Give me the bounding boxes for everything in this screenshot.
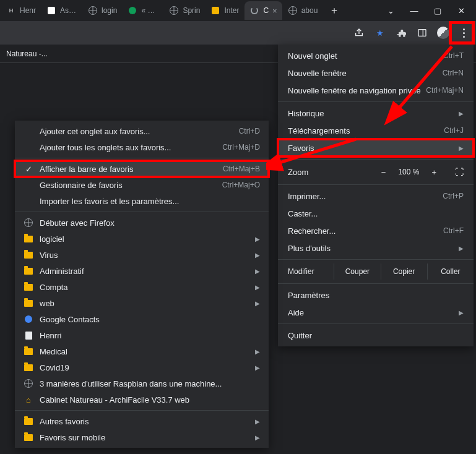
avatar[interactable] [437,27,449,39]
menu-print[interactable]: Imprimer... Ctrl+P [278,187,474,205]
submenu-manager[interactable]: Gestionnaire de favoris Ctrl+Maj+O [15,177,269,193]
submenu-other-bookmarks[interactable]: Autres favoris ▶ [15,413,269,429]
zoom-value: 100 % [398,168,419,176]
zoom-in-button[interactable]: + [428,168,440,177]
tab-0[interactable]: H Henr [1,1,41,20]
menu-label: Imprimer... [288,192,326,201]
menu-label: Nouvelle fenêtre de navigation privée [288,86,421,95]
menu-more-tools[interactable]: Plus d'outils ▶ [278,239,474,257]
menu-cast[interactable]: Caster... [278,205,474,222]
page-icon [24,330,33,340]
submenu-add-all[interactable]: Ajouter tous les onglets aux favoris... … [15,139,269,155]
menu-downloads[interactable]: Téléchargements Ctrl+J [278,122,474,139]
shortcut: Ctrl+F [443,226,464,235]
tab-label: Sprin [183,6,200,15]
menu-label: Rechercher... [288,226,335,236]
submenu-label: Cabinet Natureau - ArchiFacile V33.7 web [40,395,260,405]
submenu-show-bar[interactable]: ✓ Afficher la barre de favoris Ctrl+Maj+… [15,161,269,177]
spinner-icon [249,6,259,15]
favicon-text: H [6,6,16,15]
menu-paste[interactable]: Coller [427,263,474,280]
submenu-folder-virus[interactable]: Virus ▶ [15,247,269,263]
tab-2[interactable]: login [83,1,122,20]
menu-bookmarks[interactable]: Favoris ▶ [278,139,474,156]
submenu-label: web [40,299,249,308]
tab-label: C [263,6,269,15]
chevron-right-icon: ▶ [255,236,260,242]
menu-separator [278,283,474,284]
menu-new-tab[interactable]: Nouvel onglet Ctrl+T [278,47,474,64]
menu-kebab-icon[interactable] [458,25,470,41]
tab-4[interactable]: Sprin [164,1,205,20]
menu-label: Nouvelle fenêtre [288,69,347,78]
submenu-folder-web[interactable]: web ▶ [15,295,269,311]
menu-find[interactable]: Rechercher... Ctrl+F [278,222,474,239]
menu-settings[interactable]: Paramètres [278,286,474,304]
share-icon[interactable] [353,27,365,39]
tab-active[interactable]: C × [244,1,282,20]
submenu-henrri[interactable]: Henrri [15,327,269,343]
minimize-button[interactable]: — [408,6,420,15]
submenu-folder-compta[interactable]: Compta ▶ [15,279,269,295]
shortcut: Ctrl+P [443,192,464,200]
folder-icon [24,416,33,426]
chevron-right-icon: ▶ [459,245,464,252]
submenu-label: logiciel [40,234,249,244]
favicon-yellow [210,6,220,15]
submenu-label: Virus [40,251,249,260]
submenu-contacts[interactable]: Google Contacts [15,311,269,327]
maximize-button[interactable]: ▢ [431,6,444,15]
menu-label: Aide [288,308,304,317]
submenu-folder-admin[interactable]: Administratif ▶ [15,263,269,279]
menu-quit[interactable]: Quitter [278,327,474,344]
menu-zoom: Zoom − 100 % + ⛶ [278,162,474,182]
tab-3[interactable]: « Bou [123,1,163,20]
folder-icon [24,266,33,276]
menu-separator [278,323,474,324]
fullscreen-icon[interactable]: ⛶ [455,167,464,177]
tab-1[interactable]: Assis [41,1,82,20]
menu-new-incognito[interactable]: Nouvelle fenêtre de navigation privée Ct… [278,82,474,99]
close-window-button[interactable]: ✕ [455,6,467,15]
submenu-import[interactable]: Importer les favoris et les paramètres..… [15,193,269,209]
menu-new-window[interactable]: Nouvelle fenêtre Ctrl+N [278,64,474,82]
shortcut: Ctrl+Maj+D [222,143,260,152]
close-icon[interactable]: × [272,6,277,15]
tab-5[interactable]: Inter [206,1,244,20]
submenu-firefox[interactable]: Débuter avec Firefox [15,215,269,231]
chevron-right-icon: ▶ [255,434,260,441]
submenu-raspbian[interactable]: 3 manières d'utiliser Raspbian dans une … [15,375,269,392]
tab-7[interactable]: abou [283,1,323,20]
globe-icon [88,6,98,15]
bookmark-star-icon[interactable]: ★ [374,27,386,39]
submenu-mobile-bookmarks[interactable]: Favoris sur mobile ▶ [15,429,269,445]
sidepanel-icon[interactable] [416,27,428,39]
menu-copy[interactable]: Copier [381,263,427,280]
shortcut: Ctrl+D [239,127,260,135]
favicon-green [128,6,137,15]
tab-label: Henr [20,6,36,15]
folder-icon [24,282,33,292]
menu-history[interactable]: Historique ▶ [278,105,474,122]
extensions-icon[interactable] [395,27,407,39]
bookmark-item[interactable]: Natureau -... [6,49,48,58]
window-controls: ⌄ — ▢ ✕ [384,6,476,15]
submenu-label: Covid19 [40,363,249,372]
tab-label: login [102,6,117,15]
submenu-label: Ajouter cet onglet aux favoris... [40,127,233,136]
submenu-cabinet[interactable]: ⌂ Cabinet Natureau - ArchiFacile V33.7 w… [15,392,269,408]
submenu-label: Afficher la barre de favoris [40,165,217,174]
search-tabs-icon[interactable]: ⌄ [384,6,397,15]
menu-help[interactable]: Aide ▶ [278,304,474,321]
submenu-add-tab[interactable]: Ajouter cet onglet aux favoris... Ctrl+D [15,123,269,139]
zoom-out-button[interactable]: − [378,168,390,177]
submenu-label: Débuter avec Firefox [40,218,260,228]
submenu-folder-medical[interactable]: Medical ▶ [15,343,269,359]
menu-separator [278,101,474,102]
new-tab-button[interactable]: ＋ [326,2,343,19]
menu-cut[interactable]: Couper [334,263,380,280]
submenu-folder-logiciel[interactable]: logiciel ▶ [15,231,269,247]
svg-rect-0 [418,30,426,36]
bookmarks-submenu: Ajouter cet onglet aux favoris... Ctrl+D… [15,121,269,448]
submenu-folder-covid[interactable]: Covid19 ▶ [15,359,269,375]
